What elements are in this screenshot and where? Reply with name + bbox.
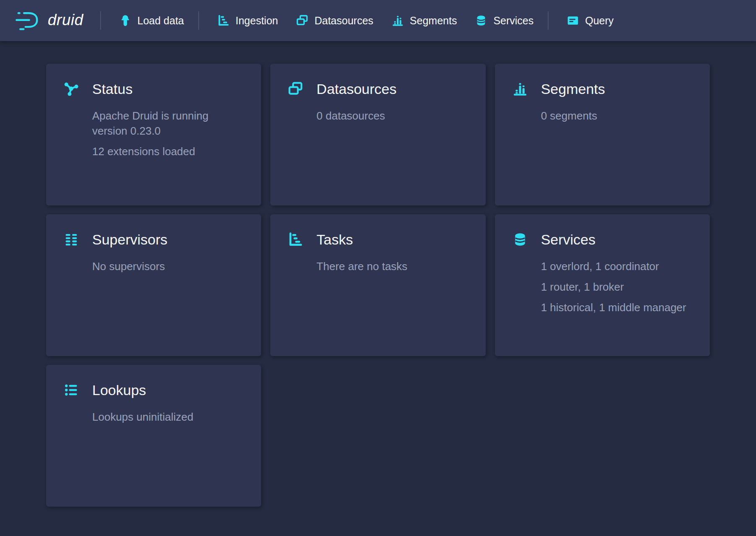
navbar-item-load-data[interactable]: Load data [119, 14, 184, 27]
services-line-2: 1 router, 1 broker [541, 279, 691, 294]
navbar-divider [198, 11, 199, 30]
druid-logo-icon [15, 10, 41, 31]
datasources-count-text: 0 datasources [316, 108, 466, 123]
card-title: Status [92, 81, 132, 97]
bar-chart-icon [512, 81, 528, 97]
card-title: Datasources [316, 81, 396, 97]
segments-card[interactable]: Segments 0 segments [495, 64, 710, 206]
services-card[interactable]: Services 1 overlord, 1 coordinator 1 rou… [495, 214, 710, 356]
tasks-card[interactable]: Tasks There are no tasks [270, 214, 485, 356]
stacked-panels-icon [287, 81, 304, 97]
navbar-divider [100, 11, 101, 30]
status-card[interactable]: Status Apache Druid is running version 0… [46, 64, 261, 206]
navbar-item-services[interactable]: Services [474, 14, 533, 27]
datasources-card[interactable]: Datasources 0 datasources [270, 64, 485, 206]
gantt-chart-icon [217, 14, 230, 27]
navbar-item-datasources[interactable]: Datasources [295, 14, 373, 27]
database-icon [512, 231, 528, 248]
navbar-item-segments[interactable]: Segments [391, 14, 457, 27]
supervisors-card[interactable]: Supervisors No supervisors [46, 214, 261, 356]
navbar-item-ingestion[interactable]: Ingestion [217, 14, 278, 27]
segments-count-text: 0 segments [541, 108, 691, 123]
card-title: Lookups [92, 382, 146, 398]
druid-logo[interactable]: druid [15, 10, 86, 31]
card-title: Segments [541, 81, 605, 97]
druid-wordmark: druid [48, 12, 86, 28]
navbar-divider [548, 11, 549, 30]
graph-icon [63, 81, 80, 97]
console-icon [566, 14, 580, 27]
supervisors-count-text: No supervisors [92, 259, 242, 274]
tasks-count-text: There are no tasks [316, 259, 466, 274]
card-title: Supervisors [92, 231, 168, 248]
list-columns-icon [63, 231, 80, 248]
card-title: Services [541, 231, 595, 248]
status-running-text: Apache Druid is running version 0.23.0 [92, 108, 242, 138]
services-line-3: 1 historical, 1 middle manager [541, 300, 691, 315]
top-navbar: druid Load data Ingestion Datasources Se… [0, 0, 756, 41]
bar-chart-icon [391, 14, 404, 27]
status-extensions-text: 12 extensions loaded [92, 144, 242, 159]
stacked-panels-icon [295, 14, 309, 27]
bullet-list-icon [63, 382, 80, 398]
database-icon [474, 14, 488, 27]
card-title: Tasks [316, 231, 353, 248]
lookups-card[interactable]: Lookups Lookups uninitialized [46, 365, 261, 507]
lookups-status-text: Lookups uninitialized [92, 409, 242, 424]
upload-icon [119, 14, 132, 27]
gantt-chart-icon [287, 231, 304, 248]
services-line-1: 1 overlord, 1 coordinator [541, 259, 691, 274]
navbar-item-query[interactable]: Query [566, 14, 614, 27]
home-cards-grid: Status Apache Druid is running version 0… [46, 64, 710, 507]
